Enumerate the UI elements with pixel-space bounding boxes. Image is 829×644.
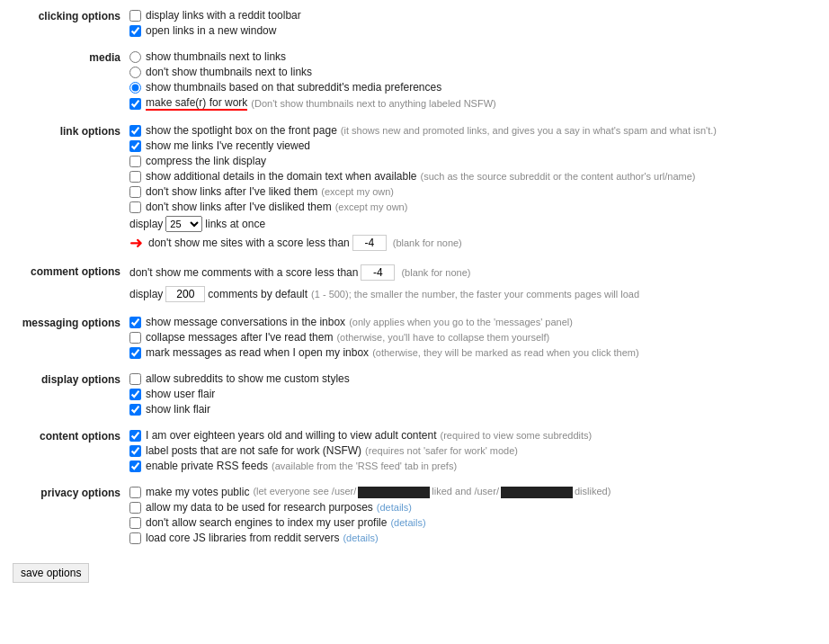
option-row: show message conversations in the inbox …: [129, 316, 816, 328]
comment-count-input[interactable]: [165, 286, 205, 302]
link-options-label: link options: [13, 124, 129, 138]
comment-options-content: don't show me comments with a score less…: [129, 264, 816, 305]
option-row: make safe(r) for work (Don't show thumbn…: [129, 96, 816, 111]
red-arrow-icon: ➜: [129, 235, 143, 251]
custom-styles-checkbox[interactable]: [129, 373, 141, 385]
comment-score-input[interactable]: [361, 264, 395, 281]
link-options-section: link options show the spotlight box on t…: [13, 124, 816, 254]
mark-read-note: (otherwise, they will be marked as read …: [372, 347, 639, 358]
media-label: media: [13, 50, 129, 64]
hide-disliked-checkbox[interactable]: [129, 201, 141, 213]
display-options-content: allow subreddits to show me custom style…: [129, 372, 816, 418]
mark-read-checkbox[interactable]: [129, 347, 141, 359]
open-new-window-checkbox[interactable]: [129, 25, 141, 37]
subreddit-thumbnails-radio[interactable]: [129, 82, 141, 94]
recently-viewed-checkbox[interactable]: [129, 140, 141, 152]
option-row: allow subreddits to show me custom style…: [129, 372, 816, 385]
option-row: show link flair: [129, 403, 816, 416]
option-row: allow my data to be used for research pu…: [129, 501, 816, 514]
comment-score-label: don't show me comments with a score less…: [129, 266, 358, 279]
option-row: mark messages as read when I open my inb…: [129, 346, 816, 359]
show-user-flair-checkbox[interactable]: [129, 389, 141, 400]
recently-viewed-label: show me links I've recently viewed: [146, 139, 310, 152]
messaging-options-label: messaging options: [13, 316, 129, 329]
message-conversations-checkbox[interactable]: [129, 317, 141, 328]
domain-details-checkbox[interactable]: [129, 171, 141, 183]
clicking-options-label: clicking options: [13, 9, 129, 22]
hide-liked-checkbox[interactable]: [129, 186, 141, 198]
privacy-options-section: privacy options make my votes public (le…: [13, 486, 816, 547]
media-section: media show thumbnails next to links don'…: [13, 50, 816, 113]
comment-display-suffix: comments by default: [208, 288, 308, 300]
messaging-options-content: show message conversations in the inbox …: [129, 316, 816, 362]
option-row: don't show links after I've disliked the…: [129, 201, 816, 213]
show-thumbnails-radio[interactable]: [129, 51, 141, 63]
adult-content-checkbox[interactable]: [129, 430, 141, 442]
show-link-flair-label: show link flair: [146, 403, 210, 416]
links-suffix: links at once: [205, 218, 265, 230]
show-link-flair-checkbox[interactable]: [129, 404, 141, 416]
option-row: make my votes public (let everyone see /…: [129, 486, 816, 498]
spotlight-box-label: show the spotlight box on the front page: [146, 124, 337, 137]
search-engine-index-checkbox[interactable]: [129, 517, 141, 529]
research-data-link[interactable]: (details): [377, 502, 412, 513]
hide-liked-note: (except my own): [321, 186, 394, 197]
nsfw-label-checkbox[interactable]: [129, 445, 141, 457]
option-row: enable private RSS feeds (available from…: [129, 460, 816, 472]
option-row: don't allow search engines to index my u…: [129, 516, 816, 529]
option-row: load core JS libraries from reddit serve…: [129, 532, 816, 544]
research-data-checkbox[interactable]: [129, 502, 141, 514]
redacted-username2: [501, 487, 573, 498]
private-rss-checkbox[interactable]: [129, 461, 141, 472]
comment-display-row: display comments by default (1 - 500); t…: [129, 286, 816, 302]
no-thumbnails-radio[interactable]: [129, 67, 141, 78]
subreddit-thumbnails-label: show thumbnails based on that subreddit'…: [146, 81, 441, 94]
domain-details-label: show additional details in the domain te…: [146, 170, 417, 183]
option-row: show user flair: [129, 388, 816, 400]
option-row: show additional details in the domain te…: [129, 170, 816, 183]
display-links-toolbar-checkbox[interactable]: [129, 10, 141, 22]
search-engine-index-link[interactable]: (details): [390, 517, 425, 528]
display-links-toolbar-label: display links with a reddit toolbar: [146, 9, 301, 22]
option-row: label posts that are not safe for work (…: [129, 444, 816, 457]
compress-display-checkbox[interactable]: [129, 156, 141, 167]
private-rss-label: enable private RSS feeds: [146, 460, 268, 472]
message-conversations-note: (only applies when you go to the 'messag…: [349, 317, 573, 327]
redacted-username1: [358, 487, 430, 498]
public-votes-note: (let everyone see /user/ liked and /user…: [253, 486, 611, 498]
core-js-link[interactable]: (details): [343, 532, 378, 543]
show-user-flair-label: show user flair: [146, 388, 215, 400]
score-filter-note: (blank for none): [393, 237, 462, 248]
no-thumbnails-label: don't show thumbnails next to links: [146, 66, 312, 78]
private-rss-note: (available from the 'RSS feed' tab in pr…: [272, 461, 457, 471]
link-options-content: show the spotlight box on the front page…: [129, 124, 816, 254]
content-options-content: I am over eighteen years old and willing…: [129, 429, 816, 475]
score-filter-label: don't show me sites with a score less th…: [148, 237, 350, 249]
safe-work-note: (Don't show thumbnails next to anything …: [251, 98, 495, 109]
privacy-options-content: make my votes public (let everyone see /…: [129, 486, 816, 547]
core-js-checkbox[interactable]: [129, 532, 141, 544]
safe-work-checkbox[interactable]: [129, 98, 141, 110]
score-filter-input[interactable]: [352, 235, 387, 251]
display-prefix: display: [129, 218, 163, 230]
show-thumbnails-label: show thumbnails next to links: [146, 50, 286, 63]
option-row: don't show links after I've liked them (…: [129, 185, 816, 198]
public-votes-label: make my votes public: [146, 486, 249, 498]
public-votes-checkbox[interactable]: [129, 487, 141, 498]
display-options-label: display options: [13, 372, 129, 386]
collapse-messages-checkbox[interactable]: [129, 332, 141, 344]
domain-details-note: (such as the source subreddit or the con…: [421, 171, 696, 182]
spotlight-box-checkbox[interactable]: [129, 125, 141, 137]
open-new-window-label: open links in a new window: [146, 24, 276, 37]
hide-liked-label: don't show links after I've liked them: [146, 185, 317, 198]
option-row: show the spotlight box on the front page…: [129, 124, 816, 137]
links-count-select[interactable]: 25 50 100: [165, 216, 202, 232]
option-row: show thumbnails based on that subreddit'…: [129, 81, 816, 94]
collapse-messages-label: collapse messages after I've read them: [146, 331, 333, 344]
nsfw-label-label: label posts that are not safe for work (…: [146, 444, 361, 457]
nsfw-label-note: (requires not 'safer for work' mode): [365, 445, 518, 456]
score-filter-row: ➜ don't show me sites with a score less …: [129, 235, 816, 251]
content-options-label: content options: [13, 429, 129, 443]
save-options-button[interactable]: save options: [13, 563, 89, 583]
search-engine-index-label: don't allow search engines to index my u…: [146, 516, 387, 529]
